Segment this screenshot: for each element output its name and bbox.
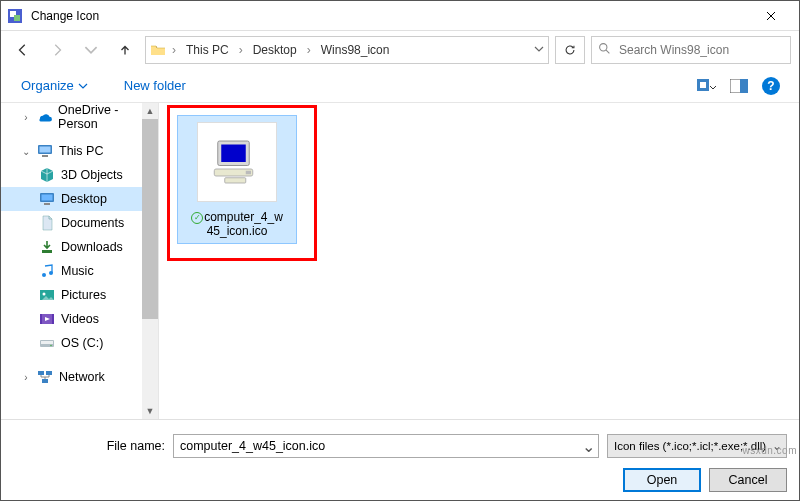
tree-label: OS (C:) [61, 336, 103, 350]
file-thumbnail [197, 122, 277, 202]
downloads-icon [39, 239, 55, 255]
search-input[interactable] [617, 42, 784, 58]
refresh-button[interactable] [555, 36, 585, 64]
tree-network[interactable]: › Network [1, 365, 158, 389]
chevron-down-icon[interactable]: ⌄ [21, 146, 31, 157]
network-icon [37, 369, 53, 385]
new-folder-button[interactable]: New folder [118, 74, 192, 97]
filename-combobox[interactable]: ⌄ [173, 434, 599, 458]
filename-label: File name: [13, 439, 173, 453]
chevron-right-icon[interactable]: › [21, 372, 31, 383]
help-button[interactable]: ? [757, 74, 785, 98]
svg-rect-29 [221, 145, 246, 163]
tree-3d-objects[interactable]: 3D Objects [1, 163, 158, 187]
watermark: wsxdn.com [742, 445, 797, 456]
nav-row: › This PC › Desktop › Wins98_icon [1, 31, 799, 69]
svg-rect-23 [41, 341, 53, 344]
file-list[interactable]: ✓computer_4_w 45_icon.ico [159, 103, 799, 419]
window-title: Change Icon [31, 9, 749, 23]
tree-onedrive[interactable]: › OneDrive - Person [1, 105, 158, 129]
tree-label: Downloads [61, 240, 123, 254]
computer-icon [37, 143, 53, 159]
footer: File name: ⌄ Icon files (*.ico;*.icl;*.e… [1, 419, 799, 501]
tree-label: Music [61, 264, 94, 278]
tree-downloads[interactable]: Downloads [1, 235, 158, 259]
toolbar: Organize New folder ? [1, 69, 799, 103]
music-icon [39, 263, 55, 279]
scroll-down-button[interactable]: ▼ [142, 403, 158, 419]
svg-rect-21 [52, 314, 54, 324]
pictures-icon [39, 287, 55, 303]
folder-icon [150, 42, 166, 58]
svg-rect-25 [38, 371, 44, 375]
title-bar: Change Icon [1, 1, 799, 31]
svg-rect-7 [740, 79, 748, 93]
search-box[interactable] [591, 36, 791, 64]
forward-button[interactable] [43, 36, 71, 64]
search-icon [598, 42, 611, 58]
tree-label: Pictures [61, 288, 106, 302]
drive-icon [39, 335, 55, 351]
desktop-icon [39, 191, 55, 207]
new-folder-label: New folder [124, 78, 186, 93]
close-button[interactable] [749, 2, 793, 30]
up-button[interactable] [111, 36, 139, 64]
svg-rect-12 [42, 195, 53, 201]
organize-menu[interactable]: Organize [15, 74, 94, 97]
open-label: Open [647, 473, 678, 487]
svg-rect-2 [14, 15, 20, 21]
back-button[interactable] [9, 36, 37, 64]
sync-status-icon: ✓ [191, 212, 203, 224]
svg-rect-14 [42, 250, 52, 253]
tree-desktop[interactable]: Desktop [1, 187, 158, 211]
svg-point-15 [42, 273, 46, 277]
svg-rect-5 [700, 82, 706, 88]
chevron-down-icon[interactable]: ⌄ [578, 437, 598, 456]
file-item[interactable]: ✓computer_4_w 45_icon.ico [177, 115, 297, 244]
svg-point-16 [49, 271, 53, 275]
address-bar[interactable]: › This PC › Desktop › Wins98_icon [145, 36, 549, 64]
tree-videos[interactable]: Videos [1, 307, 158, 331]
nav-pane: › OneDrive - Person ⌄ This PC 3D Objects [1, 103, 159, 419]
tree-documents[interactable]: Documents [1, 211, 158, 235]
view-mode-button[interactable] [693, 74, 721, 98]
computer-icon [209, 134, 265, 190]
tree-this-pc[interactable]: ⌄ This PC [1, 139, 158, 163]
chevron-right-icon[interactable]: › [21, 112, 31, 123]
breadcrumb-seg-pc[interactable]: This PC [182, 41, 233, 59]
svg-rect-10 [42, 155, 48, 157]
filename-input[interactable] [174, 439, 578, 453]
file-name-line: 45_icon.ico [207, 224, 268, 238]
tree-label: 3D Objects [61, 168, 123, 182]
address-dropdown-icon[interactable] [534, 43, 544, 57]
svg-rect-9 [40, 147, 51, 153]
svg-rect-26 [46, 371, 52, 375]
tree-label: Videos [61, 312, 99, 326]
chevron-right-icon: › [172, 43, 176, 57]
tree-label: Documents [61, 216, 124, 230]
breadcrumb-seg-desktop[interactable]: Desktop [249, 41, 301, 59]
tree-os-drive[interactable]: OS (C:) [1, 331, 158, 355]
scroll-thumb[interactable] [142, 119, 158, 319]
svg-rect-32 [246, 171, 251, 175]
chevron-right-icon: › [239, 43, 243, 57]
dialog-window: Change Icon › This PC › Desktop › Wins98 [0, 0, 800, 501]
tree-label: Network [59, 370, 105, 384]
breadcrumb-seg-folder[interactable]: Wins98_icon [317, 41, 394, 59]
onedrive-icon [37, 109, 52, 125]
objects3d-icon [39, 167, 55, 183]
preview-pane-button[interactable] [725, 74, 753, 98]
cancel-button[interactable]: Cancel [709, 468, 787, 492]
svg-rect-31 [225, 178, 246, 183]
svg-rect-27 [42, 379, 48, 383]
tree-pictures[interactable]: Pictures [1, 283, 158, 307]
svg-rect-13 [44, 203, 50, 205]
videos-icon [39, 311, 55, 327]
folder-tree: › OneDrive - Person ⌄ This PC 3D Objects [1, 105, 158, 389]
svg-point-18 [43, 293, 46, 296]
tree-music[interactable]: Music [1, 259, 158, 283]
scroll-up-button[interactable]: ▲ [142, 103, 158, 119]
recent-dropdown-icon[interactable] [77, 36, 105, 64]
open-button[interactable]: Open [623, 468, 701, 492]
tree-label: Desktop [61, 192, 107, 206]
